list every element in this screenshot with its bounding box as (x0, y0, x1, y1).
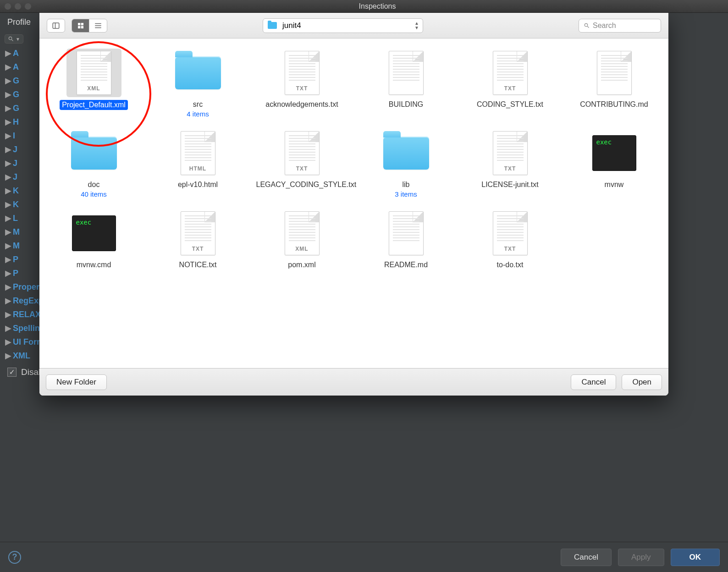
file-item[interactable]: XMLpom.xml (252, 207, 352, 274)
svg-rect-4 (78, 26, 80, 28)
file-icon (171, 49, 226, 97)
file-icon: TXT (171, 209, 226, 258)
tree-label: A (13, 49, 19, 58)
help-button[interactable]: ? (8, 551, 21, 564)
sidebar-icon (52, 22, 60, 30)
minimize-window-button[interactable] (15, 3, 21, 10)
file-name: pom.xml (288, 260, 315, 270)
file-item[interactable]: lib3 items (356, 127, 456, 203)
file-name: lib (402, 180, 409, 189)
disclosure-icon: ▶ (5, 227, 12, 237)
file-item[interactable]: TXTCODING_STYLE.txt (460, 47, 560, 122)
file-icon: exec (66, 209, 121, 258)
file-icon (587, 49, 642, 97)
file-item[interactable]: execmvnw.cmd (44, 207, 143, 274)
path-dropdown[interactable]: junit4 ▲▼ (263, 18, 423, 33)
sidebar-toggle-button[interactable] (47, 19, 65, 32)
file-name: CODING_STYLE.txt (477, 100, 543, 109)
file-item[interactable]: XMLProject_Default.xml (44, 47, 143, 122)
titlebar: Inspections (0, 0, 728, 13)
tree-label: P (13, 269, 18, 278)
disclosure-icon: ▶ (5, 199, 12, 209)
file-icon: TXT (483, 129, 538, 177)
file-icon (379, 209, 434, 258)
search-icon (8, 36, 14, 42)
disable-new-inspections-checkbox[interactable]: ✓ (7, 368, 17, 377)
tree-label: G (13, 104, 19, 113)
disclosure-icon: ▶ (5, 254, 12, 264)
svg-rect-7 (95, 25, 101, 26)
disclosure-icon: ▶ (5, 309, 12, 319)
disclosure-icon: ▶ (5, 76, 12, 86)
disclosure-icon: ▶ (5, 62, 12, 72)
file-name: NOTICE.txt (179, 260, 217, 270)
tree-label: RegExp (13, 296, 44, 306)
file-item[interactable]: TXTNOTICE.txt (148, 207, 248, 274)
tree-label: H (13, 117, 19, 127)
disclosure-icon: ▶ (5, 186, 12, 196)
cancel-button[interactable]: Cancel (561, 549, 612, 566)
tree-search-field[interactable]: ▼ (5, 34, 23, 44)
disclosure-icon: ▶ (5, 213, 12, 223)
file-icon: XML (275, 209, 330, 258)
file-name: LEGACY_CODING_STYLE.txt (256, 180, 348, 189)
apply-button[interactable]: Apply (618, 549, 664, 566)
file-item[interactable]: TXTLEGACY_CODING_STYLE.txt (252, 127, 352, 203)
file-item[interactable]: src4 items (148, 47, 248, 122)
finder-open-button[interactable]: Open (622, 374, 662, 390)
file-icon: exec (587, 129, 642, 177)
file-subtitle: 3 items (395, 190, 417, 198)
file-icon: HTML (171, 129, 226, 177)
new-folder-button[interactable]: New Folder (46, 374, 107, 390)
file-subtitle: 4 items (187, 110, 209, 118)
ok-button[interactable]: OK (671, 549, 720, 566)
disclosure-icon: ▶ (5, 144, 12, 154)
file-item[interactable]: doc40 items (44, 127, 143, 203)
file-name: BUILDING (389, 100, 424, 109)
tree-label: J (13, 159, 17, 168)
file-item[interactable]: README.md (356, 207, 456, 274)
tree-label: G (13, 76, 19, 86)
file-name: Project_Default.xml (60, 100, 128, 110)
finder-search-field[interactable]: Search (579, 19, 661, 33)
file-item[interactable]: TXTacknowledgements.txt (252, 47, 352, 122)
sidebar-toggle-segment (47, 19, 65, 33)
file-open-sheet: junit4 ▲▼ Search XMLProject_Default.xmls… (39, 13, 668, 396)
file-icon (379, 49, 434, 97)
disclosure-icon: ▶ (5, 241, 12, 251)
disclosure-icon: ▶ (5, 158, 12, 168)
list-view-button[interactable] (89, 19, 107, 32)
disclosure-icon: ▶ (5, 323, 12, 333)
folder-icon (268, 22, 277, 29)
file-name: to-do.txt (497, 260, 524, 270)
close-window-button[interactable] (5, 3, 11, 10)
file-icon: TXT (275, 49, 330, 97)
sheet-toolbar: junit4 ▲▼ Search (39, 13, 668, 38)
svg-rect-8 (95, 27, 101, 28)
file-icon: TXT (275, 129, 330, 177)
icon-view-button[interactable] (72, 19, 89, 32)
disclosure-icon: ▶ (5, 337, 12, 347)
view-mode-segment (72, 19, 107, 33)
disclosure-icon: ▶ (5, 296, 12, 306)
zoom-window-button[interactable] (25, 3, 31, 10)
file-item[interactable]: CONTRIBUTING.md (564, 47, 664, 122)
disclosure-icon: ▶ (5, 282, 12, 292)
file-icon: TXT (483, 209, 538, 258)
window-title: Inspections (31, 2, 723, 11)
disclosure-icon: ▶ (5, 103, 12, 113)
tree-label: A (13, 62, 19, 72)
file-item[interactable]: TXTto-do.txt (460, 207, 560, 274)
file-name: src (193, 100, 203, 109)
updown-icon: ▲▼ (414, 21, 419, 30)
file-item[interactable]: execmvnw (564, 127, 664, 203)
finder-cancel-button[interactable]: Cancel (571, 374, 616, 390)
search-icon (584, 22, 590, 29)
file-item[interactable]: BUILDING (356, 47, 456, 122)
file-grid[interactable]: XMLProject_Default.xmlsrc4 itemsTXTackno… (39, 38, 668, 368)
file-name: README.md (384, 260, 428, 270)
file-item[interactable]: TXTLICENSE-junit.txt (460, 127, 560, 203)
file-item[interactable]: HTMLepl-v10.html (148, 127, 248, 203)
svg-rect-6 (95, 23, 101, 24)
disclosure-icon: ▶ (5, 268, 12, 278)
